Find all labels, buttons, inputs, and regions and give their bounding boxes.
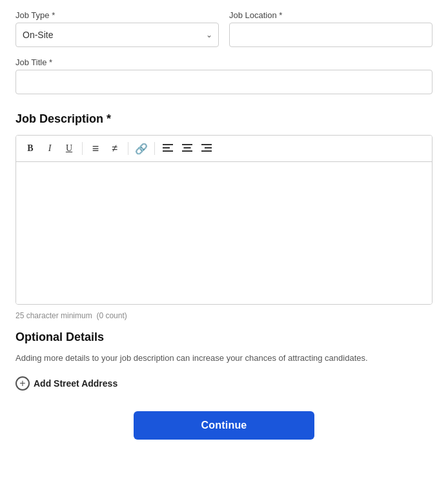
align-center-icon (182, 143, 192, 154)
optional-section-title: Optional Details (15, 331, 433, 344)
job-location-label: Job Location * (229, 10, 433, 20)
job-type-select[interactable]: On-Site Remote Hybrid (15, 23, 219, 47)
continue-button[interactable]: Continue (134, 411, 314, 440)
job-description-title: Job Description * (15, 112, 433, 126)
job-type-group: Job Type * On-Site Remote Hybrid ⌄ (15, 10, 219, 47)
circle-plus-icon: + (15, 376, 30, 391)
align-left-button[interactable] (159, 139, 177, 158)
toolbar-divider-3 (154, 142, 155, 155)
toolbar-divider-1 (82, 142, 83, 155)
italic-button[interactable]: I (41, 139, 59, 158)
add-street-address-label: Add Street Address (34, 378, 117, 389)
ordered-list-icon: ≠ (112, 143, 118, 154)
job-title-label: Job Title * (15, 57, 433, 67)
job-type-location-row: Job Type * On-Site Remote Hybrid ⌄ Job L… (15, 10, 433, 47)
underline-button[interactable]: U (60, 139, 78, 158)
job-title-input[interactable] (15, 70, 433, 94)
bold-icon: B (27, 143, 33, 154)
job-type-label: Job Type * (15, 10, 219, 20)
char-count-text: 25 character minimum (0 count) (15, 311, 433, 320)
link-button[interactable]: 🔗 (132, 139, 150, 158)
underline-icon: U (66, 143, 72, 154)
editor-toolbar: B I U ≡ ≠ 🔗 (16, 136, 432, 162)
align-right-icon (201, 143, 212, 154)
unordered-list-button[interactable]: ≡ (87, 139, 105, 158)
align-center-button[interactable] (178, 139, 196, 158)
job-title-group: Job Title * (15, 57, 433, 94)
italic-icon: I (48, 143, 52, 154)
editor-content[interactable] (16, 162, 432, 304)
toolbar-divider-2 (128, 142, 128, 155)
job-location-group: Job Location * (229, 10, 433, 47)
optional-description: Adding more details to your job descript… (15, 352, 433, 365)
link-icon: 🔗 (135, 143, 148, 155)
optional-details-group: Optional Details Adding more details to … (15, 331, 433, 411)
job-type-select-wrapper: On-Site Remote Hybrid ⌄ (15, 23, 219, 47)
bold-button[interactable]: B (21, 139, 39, 158)
add-street-address-button[interactable]: + Add Street Address (15, 376, 433, 391)
ordered-list-button[interactable]: ≠ (106, 139, 124, 158)
job-description-group: Job Description * B I U ≡ ≠ 🔗 (15, 107, 433, 331)
job-location-input[interactable] (229, 23, 433, 47)
align-left-icon (163, 143, 173, 154)
unordered-list-icon: ≡ (92, 142, 99, 156)
align-right-button[interactable] (198, 139, 216, 158)
editor-container: B I U ≡ ≠ 🔗 (15, 135, 433, 305)
